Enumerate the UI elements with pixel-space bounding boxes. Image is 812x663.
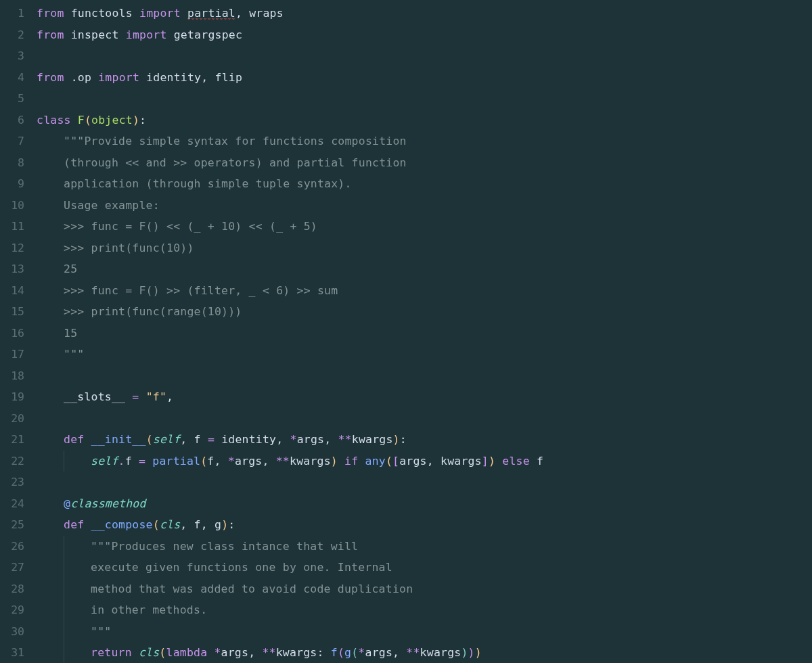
code-line[interactable]: in other methods. — [37, 599, 812, 621]
code-line[interactable] — [37, 365, 812, 387]
token-str: 15 — [64, 327, 77, 340]
token-p: ) — [133, 114, 139, 127]
code-line[interactable]: >>> print(func(10)) — [37, 237, 812, 259]
token-comma: , — [180, 433, 187, 446]
indent-guide — [64, 557, 91, 578]
token-built: partial — [152, 455, 200, 467]
line-number: 29 — [0, 599, 24, 621]
code-line[interactable]: from inspect import getargspec — [37, 24, 812, 46]
code-line[interactable] — [37, 45, 812, 67]
code-line[interactable]: def __init__(self, f = identity, *args, … — [37, 429, 812, 451]
line-number: 22 — [0, 451, 24, 472]
token-kw: if — [344, 455, 358, 467]
code-line[interactable] — [37, 88, 812, 110]
token-arg: g — [215, 518, 221, 531]
token-op: = — [132, 390, 139, 403]
line-number: 13 — [0, 258, 24, 280]
line-number: 5 — [0, 88, 24, 110]
token-kw: import — [139, 7, 181, 20]
token-p: ( — [200, 455, 207, 467]
token-cls: cls — [139, 646, 159, 659]
code-line[interactable]: self.f = partial(f, *args, **kwargs) if … — [37, 451, 812, 472]
token-kw: import — [98, 71, 139, 84]
code-line[interactable]: """ — [37, 344, 812, 365]
line-number: 15 — [0, 301, 24, 323]
indent-guide — [64, 536, 91, 557]
token-kw: return — [91, 646, 132, 659]
code-line[interactable]: from .op import identity, flip — [37, 67, 812, 89]
token-self: self — [153, 433, 181, 446]
token-str: >>> func = F() >> (filter, _ < 6) >> sum — [64, 284, 338, 297]
code-line[interactable]: return cls(lambda *args, **kwargs: f(g(*… — [37, 642, 812, 663]
code-line[interactable]: 25 — [37, 258, 812, 280]
token-str: """ — [64, 348, 84, 361]
token-id: kwargs — [290, 455, 331, 467]
indent-guide — [64, 642, 91, 663]
line-number: 21 — [0, 429, 24, 451]
indent-guide — [64, 599, 91, 621]
line-number: 19 — [0, 386, 24, 408]
token-sq: partial — [187, 7, 235, 20]
code-line[interactable]: """ — [37, 621, 812, 643]
line-number: 11 — [0, 216, 24, 237]
token-p2: ) — [468, 646, 475, 659]
indent-guide — [37, 578, 64, 600]
code-line[interactable]: """Produces new class intance that will — [37, 536, 812, 557]
code-line[interactable]: >>> print(func(range(10))) — [37, 301, 812, 323]
code-line[interactable]: execute given functions one by one. Inte… — [37, 557, 812, 578]
line-number: 3 — [0, 45, 24, 67]
line-number: 6 — [0, 110, 24, 131]
token-str: 25 — [64, 262, 77, 275]
token-id: : — [400, 433, 407, 446]
token-str: """ — [91, 625, 111, 638]
token-comma: , — [214, 455, 221, 467]
line-number: 31 — [0, 642, 24, 663]
code-line[interactable]: 15 — [37, 323, 812, 344]
token-built: any — [365, 455, 386, 467]
token-p: ( — [85, 114, 91, 127]
token-kw: class — [37, 114, 71, 127]
code-line[interactable]: from functools import partial, wraps — [37, 3, 812, 24]
indent-guide — [37, 386, 64, 408]
code-line[interactable]: >>> func = F() >> (filter, _ < 6) >> sum — [37, 280, 812, 302]
code-line[interactable]: @classmethod — [37, 493, 812, 515]
code-area[interactable]: from functools import partial, wrapsfrom… — [37, 0, 812, 663]
token-kw: from — [37, 28, 64, 41]
code-line[interactable]: def __compose(cls, f, g): — [37, 514, 812, 536]
token-kw: def — [64, 433, 84, 446]
code-line[interactable] — [37, 472, 812, 493]
token-op: ** — [276, 455, 290, 467]
line-number: 9 — [0, 173, 24, 195]
code-line[interactable]: Usage example: — [37, 195, 812, 216]
code-line[interactable]: class F(object): — [37, 110, 812, 131]
token-id: functools — [71, 7, 133, 20]
token-id: : — [228, 518, 235, 531]
code-line[interactable]: application (through simple tuple syntax… — [37, 173, 812, 195]
token-op: * — [228, 455, 235, 467]
line-number: 25 — [0, 514, 24, 536]
line-number: 1 — [0, 3, 24, 24]
indent-guide — [37, 280, 64, 302]
token-op: = — [208, 433, 215, 446]
code-line[interactable]: __slots__ = "f", — [37, 386, 812, 408]
token-p2: ] — [482, 455, 489, 467]
token-comma: , — [166, 390, 173, 403]
code-line[interactable]: method that was added to avoid code dupl… — [37, 578, 812, 600]
token-str: """Produces new class intance that will — [91, 540, 358, 553]
line-number: 7 — [0, 131, 24, 152]
token-str: >>> print(func(10)) — [64, 242, 194, 254]
token-kw: from — [37, 71, 64, 84]
token-comma: , — [262, 455, 269, 467]
code-line[interactable]: """Provide simple syntax for functions c… — [37, 131, 812, 152]
indent-guide — [37, 536, 64, 557]
code-line[interactable]: >>> func = F() << (_ + 10) << (_ + 5) — [37, 216, 812, 237]
token-p: ) — [393, 433, 400, 446]
indent-guide — [37, 216, 64, 237]
code-editor[interactable]: 1234567891011121314151617181920212223242… — [0, 0, 812, 663]
token-op: ** — [262, 646, 275, 659]
token-p: ) — [475, 646, 482, 659]
code-line[interactable] — [37, 408, 812, 430]
token-arg: args — [221, 646, 249, 659]
code-line[interactable]: (through << and >> operators) and partia… — [37, 152, 812, 174]
indent-guide — [37, 344, 64, 365]
